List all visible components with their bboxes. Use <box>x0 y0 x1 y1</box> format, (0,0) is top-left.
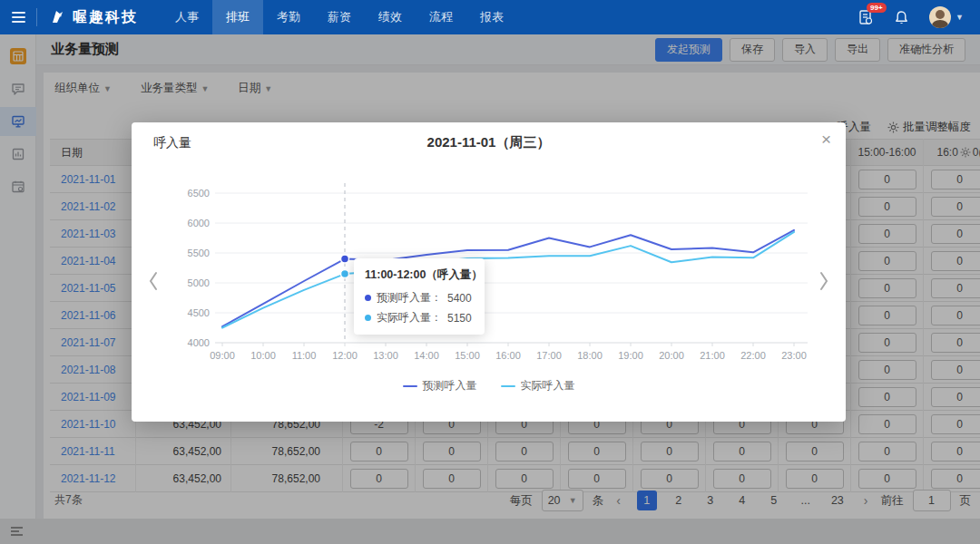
user-menu[interactable]: ▼ <box>929 6 964 28</box>
svg-text:4000: 4000 <box>188 337 210 348</box>
brand-name: 喔趣科技 <box>73 8 138 27</box>
notifications-button[interactable] <box>894 10 909 25</box>
tooltip-value: 5150 <box>447 312 472 325</box>
dialog-title: 2021-11-01（周三） <box>132 134 846 151</box>
chart-tooltip: 11:00-12:00（呼入量） 预测呼入量：5400实际呼入量：5150 <box>354 258 485 335</box>
chart-dialog: 呼入量 2021-11-01（周三） × 4000450050005500600… <box>132 122 846 422</box>
tooltip-label: 实际呼入量： <box>377 310 442 325</box>
brand-logo-icon <box>50 9 66 25</box>
series-dot-icon <box>365 295 371 301</box>
tooltip-row: 实际呼入量：5150 <box>365 310 474 325</box>
svg-text:23:00: 23:00 <box>781 350 807 361</box>
svg-text:20:00: 20:00 <box>659 350 684 361</box>
app: 喔趣科技 人事排班考勤薪资绩效流程报表 99+ <box>0 0 980 544</box>
svg-text:09:00: 09:00 <box>210 350 235 361</box>
nav-item-绩效[interactable]: 绩效 <box>365 0 416 34</box>
tooltip-row: 预测呼入量：5400 <box>365 290 474 306</box>
svg-text:18:00: 18:00 <box>577 350 603 361</box>
task-badge: 99+ <box>867 3 887 13</box>
top-nav: 喔趣科技 人事排班考勤薪资绩效流程报表 99+ <box>0 0 980 34</box>
nav-right: 99+ ▼ <box>858 6 980 28</box>
tooltip-value: 5400 <box>447 292 472 305</box>
tooltip-label: 预测呼入量： <box>377 290 442 306</box>
svg-text:4500: 4500 <box>188 307 210 318</box>
hamburger-menu-icon[interactable] <box>0 0 36 34</box>
chart-legend: 预测呼入量实际呼入量 <box>132 378 846 393</box>
svg-text:13:00: 13:00 <box>373 350 398 361</box>
svg-text:6500: 6500 <box>188 188 210 199</box>
svg-text:5000: 5000 <box>188 277 210 288</box>
svg-text:16:00: 16:00 <box>495 350 521 361</box>
legend-line <box>501 385 515 387</box>
svg-text:10:00: 10:00 <box>250 350 276 361</box>
bell-icon <box>894 10 909 25</box>
legend-item-实际呼入量[interactable]: 实际呼入量 <box>501 378 575 393</box>
tasks-button[interactable]: 99+ <box>858 9 874 25</box>
legend-item-预测呼入量[interactable]: 预测呼入量 <box>403 378 477 393</box>
svg-text:12:00: 12:00 <box>332 350 358 361</box>
nav-item-排班[interactable]: 排班 <box>212 0 263 34</box>
nav-item-薪资[interactable]: 薪资 <box>314 0 365 34</box>
nav-item-流程[interactable]: 流程 <box>416 0 466 34</box>
brand[interactable]: 喔趣科技 <box>37 8 162 27</box>
svg-text:17:00: 17:00 <box>536 350 562 361</box>
legend-label: 实际呼入量 <box>521 378 575 393</box>
nav-item-考勤[interactable]: 考勤 <box>263 0 314 34</box>
nav-items: 人事排班考勤薪资绩效流程报表 <box>162 0 517 34</box>
tooltip-title: 11:00-12:00（呼入量） <box>365 267 474 283</box>
svg-text:21:00: 21:00 <box>700 350 725 361</box>
svg-text:11:00: 11:00 <box>292 350 317 361</box>
svg-text:14:00: 14:00 <box>414 350 439 361</box>
svg-text:5500: 5500 <box>188 248 210 258</box>
chevron-down-icon: ▼ <box>956 13 964 22</box>
svg-text:15:00: 15:00 <box>455 350 480 361</box>
legend-line <box>403 385 417 387</box>
svg-text:22:00: 22:00 <box>740 350 766 361</box>
line-chart[interactable]: 40004500500055006000650009:0010:0011:001… <box>132 163 846 376</box>
svg-text:6000: 6000 <box>188 218 210 228</box>
nav-item-人事[interactable]: 人事 <box>162 0 212 34</box>
series-dot-icon <box>365 315 371 321</box>
nav-item-报表[interactable]: 报表 <box>466 0 517 34</box>
avatar <box>929 6 951 28</box>
legend-label: 预测呼入量 <box>423 378 477 393</box>
close-icon[interactable]: × <box>821 130 831 150</box>
svg-text:19:00: 19:00 <box>618 350 643 361</box>
